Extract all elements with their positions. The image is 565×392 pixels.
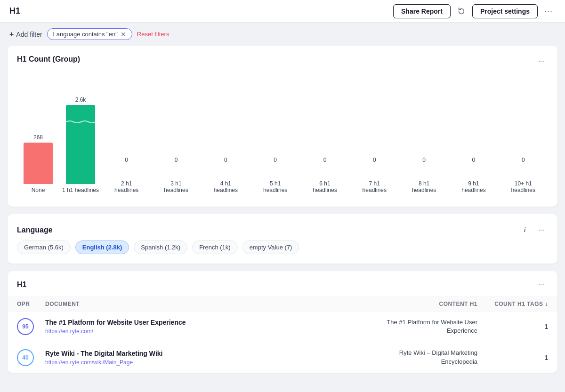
- bar-8h1-label: 8 h1headlines: [412, 180, 436, 193]
- bar-3h1: 0 3 h1headlines: [151, 157, 201, 193]
- opr-badge-2: 40: [17, 349, 34, 366]
- bar-10h1: 0 10+ h1headlines: [499, 157, 548, 193]
- doc-url-1[interactable]: https://en.ryte.com/: [45, 328, 93, 335]
- bar-4h1-value: 0: [224, 157, 227, 163]
- bar-none-value: 268: [33, 134, 43, 141]
- active-filter-text: Language contains "en": [53, 31, 118, 38]
- bar-6h1-label: 6 h1headlines: [313, 180, 337, 193]
- bar-7h1-rect: [374, 176, 375, 177]
- more-icon: ···: [538, 226, 544, 234]
- bar-none: 268 None: [17, 134, 59, 193]
- lang-tag-english[interactable]: English (2.8k): [75, 240, 129, 254]
- h1-table-title: H1: [17, 280, 26, 289]
- col-header-count-h1: Count H1 Tags ↓: [477, 301, 548, 307]
- add-filter-label: Add filter: [16, 31, 42, 38]
- refresh-button[interactable]: [454, 4, 468, 18]
- info-icon: i: [524, 226, 526, 234]
- remove-filter-button[interactable]: ✕: [121, 31, 126, 38]
- bar-1h1-rect: [66, 105, 95, 184]
- bar-5h1: 0 5 h1headlines: [250, 157, 300, 193]
- bar-1h1: 2.6k 1 h1 headlines: [59, 96, 102, 193]
- bar-2h1-rect: [126, 176, 127, 177]
- h1-table-col-headers: OPR Document Content H1 Count H1 Tags ↓: [8, 297, 557, 312]
- bar-7h1-label: 7 h1headlines: [363, 180, 387, 193]
- lang-tag-german[interactable]: German (5.6k): [17, 240, 71, 254]
- bar-4h1-label: 4 h1headlines: [214, 180, 238, 193]
- count-h1-cell-2: 1: [477, 354, 548, 361]
- content-h1-cell-2: Ryte Wiki – Digital Marketing Encycloped…: [383, 349, 477, 366]
- bar-3h1-label: 3 h1headlines: [164, 180, 188, 193]
- lang-tag-empty[interactable]: empty Value (7): [242, 240, 299, 254]
- language-tags: German (5.6k) English (2.8k) Spanish (1.…: [17, 240, 548, 254]
- bar-4h1: 0 4 h1headlines: [201, 157, 250, 193]
- bar-6h1-value: 0: [323, 157, 327, 163]
- bar-9h1-value: 0: [472, 157, 476, 163]
- opr-cell-2: 40: [17, 349, 45, 366]
- table-row: 95 The #1 Platform for Website User Expe…: [8, 312, 557, 342]
- col-header-content-h1: Content H1: [383, 301, 477, 307]
- bar-5h1-label: 5 h1headlines: [263, 180, 287, 193]
- bar-none-rect: [24, 143, 53, 184]
- bar-5h1-value: 0: [274, 157, 277, 163]
- h1-table-header: H1 ···: [8, 271, 557, 297]
- h1-table-more-button[interactable]: ···: [534, 279, 548, 291]
- bar-4h1-rect: [225, 176, 226, 177]
- share-report-button[interactable]: Share Report: [393, 4, 451, 18]
- filter-bar: + Add filter Language contains "en" ✕ Re…: [0, 23, 565, 46]
- bar-6h1-rect: [324, 176, 325, 177]
- doc-cell-2: Ryte Wiki - The Digital Marketing Wiki h…: [45, 350, 383, 366]
- info-button[interactable]: i: [518, 224, 532, 237]
- bar-8h1-value: 0: [422, 157, 426, 163]
- col-header-document: Document: [45, 301, 383, 307]
- language-more-button[interactable]: ···: [534, 224, 548, 237]
- lang-tag-french[interactable]: French (1k): [192, 240, 237, 254]
- add-filter-button[interactable]: + Add filter: [9, 30, 42, 39]
- reset-filters-button[interactable]: Reset filters: [137, 31, 170, 38]
- bar-2h1-label: 2 h1headlines: [114, 180, 138, 193]
- page-content: H1 Count (Group) ··· 268 None 2.6k: [0, 46, 565, 373]
- zero-bars-group: 0 2 h1headlines 0 3 h1headlines 0 4 h1he…: [102, 157, 548, 193]
- more-icon: ···: [538, 280, 544, 289]
- bar-9h1: 0 9 h1headlines: [449, 157, 498, 193]
- bar-none-label: None: [32, 187, 45, 193]
- plus-icon: +: [9, 30, 14, 39]
- bar-5h1-rect: [275, 176, 276, 177]
- opr-badge-1: 95: [17, 318, 34, 335]
- table-row: 40 Ryte Wiki - The Digital Marketing Wik…: [8, 342, 557, 372]
- language-card-icons: i ···: [518, 224, 548, 237]
- lang-tag-spanish[interactable]: Spanish (1.2k): [134, 240, 187, 254]
- more-icon: ···: [544, 6, 553, 16]
- header-more-button[interactable]: ···: [541, 3, 556, 19]
- language-card-header: Language i ···: [17, 224, 548, 237]
- bar-3h1-rect: [176, 176, 177, 177]
- h1-count-title: H1 Count (Group): [17, 55, 80, 64]
- content-h1-cell-1: The #1 Platform for Website User Experie…: [383, 318, 477, 335]
- bar-7h1: 0 7 h1headlines: [350, 157, 399, 193]
- bar-3h1-value: 0: [175, 157, 178, 163]
- bar-2h1: 0 2 h1headlines: [102, 157, 151, 193]
- app-title: H1: [9, 6, 20, 16]
- opr-cell-1: 95: [17, 318, 45, 335]
- bar-2h1-value: 0: [125, 157, 128, 163]
- doc-cell-1: The #1 Platform for Website User Experie…: [45, 319, 383, 335]
- refresh-icon: [457, 7, 466, 16]
- bar-10h1-rect: [523, 176, 524, 177]
- bar-9h1-rect: [473, 176, 474, 177]
- bar-8h1-rect: [424, 176, 425, 177]
- col-header-opr: OPR: [17, 301, 45, 307]
- h1-count-more-button[interactable]: ···: [534, 55, 548, 67]
- bar-9h1-label: 9 h1headlines: [461, 180, 485, 193]
- language-title: Language: [17, 226, 53, 234]
- bar-6h1: 0 6 h1headlines: [300, 157, 349, 193]
- language-card: Language i ··· German (5.6k) English (2.…: [8, 214, 557, 264]
- doc-url-2[interactable]: https://en.ryte.com/wiki/Main_Page: [45, 359, 133, 366]
- project-settings-button[interactable]: Project settings: [472, 4, 538, 18]
- bar-10h1-label: 10+ h1headlines: [511, 180, 535, 193]
- bar-7h1-value: 0: [373, 157, 376, 163]
- doc-title-1: The #1 Platform for Website User Experie…: [45, 319, 383, 326]
- bar-1h1-value: 2.6k: [75, 96, 86, 103]
- doc-title-2: Ryte Wiki - The Digital Marketing Wiki: [45, 350, 383, 357]
- app-header: H1 Share Report Project settings ···: [0, 0, 565, 23]
- bar-8h1: 0 8 h1headlines: [399, 157, 449, 193]
- sort-arrow-icon: ↓: [545, 301, 548, 307]
